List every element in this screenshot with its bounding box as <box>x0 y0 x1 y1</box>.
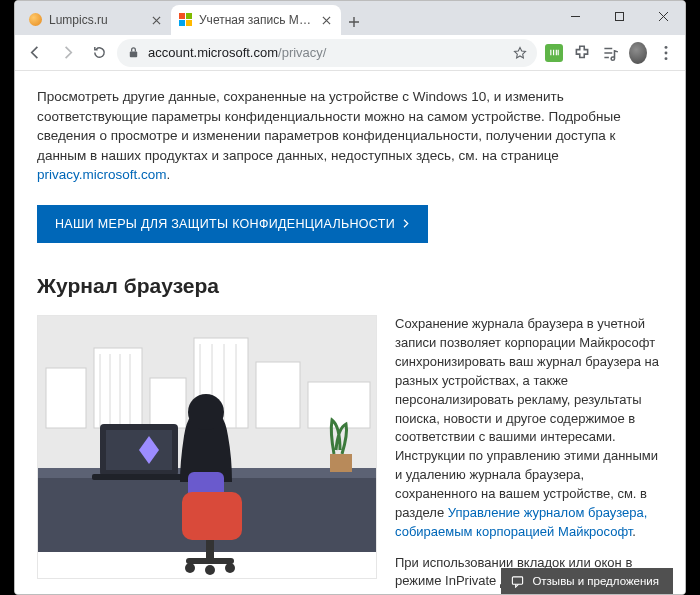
section-split: Сохранение журнала браузера в учетной за… <box>37 315 663 594</box>
avatar[interactable] <box>629 44 647 62</box>
url-input[interactable]: account.microsoft.com/privacy/ <box>117 39 537 67</box>
close-icon[interactable] <box>319 13 333 27</box>
svg-point-2 <box>665 45 668 48</box>
minimize-button[interactable] <box>553 1 597 31</box>
intro-paragraph: Просмотреть другие данные, сохраненные н… <box>37 87 663 185</box>
url-text: account.microsoft.com/privacy/ <box>148 45 326 60</box>
back-button[interactable] <box>21 39 49 67</box>
toolbar-icons <box>541 44 679 62</box>
feedback-button[interactable]: Отзывы и предложения <box>501 568 673 594</box>
browser-window: Lumpics.ru Учетная запись Майкрософт | К <box>14 0 686 595</box>
svg-rect-29 <box>182 492 242 540</box>
privacy-link[interactable]: privacy.microsoft.com <box>37 167 167 182</box>
feedback-label: Отзывы и предложения <box>532 575 659 587</box>
close-window-button[interactable] <box>641 1 685 31</box>
lock-icon <box>127 46 140 59</box>
svg-rect-1 <box>130 52 137 58</box>
svg-rect-35 <box>513 576 523 583</box>
svg-rect-0 <box>615 12 623 20</box>
tab-title: Учетная запись Майкрософт | К <box>199 13 313 27</box>
address-bar: account.microsoft.com/privacy/ <box>15 35 685 71</box>
tab-microsoft-account[interactable]: Учетная запись Майкрософт | К <box>171 5 341 35</box>
page-viewport: Просмотреть другие данные, сохраненные н… <box>15 71 685 594</box>
svg-rect-26 <box>330 454 352 472</box>
window-controls <box>553 1 685 31</box>
svg-rect-30 <box>206 540 214 560</box>
illustration <box>37 315 377 579</box>
tab-lumpics[interactable]: Lumpics.ru <box>21 5 171 35</box>
tab-strip: Lumpics.ru Учетная запись Майкрософт | К <box>15 1 685 35</box>
playlist-icon[interactable] <box>601 44 619 62</box>
section-text: Сохранение журнала браузера в учетной за… <box>395 315 663 594</box>
svg-point-34 <box>225 563 235 573</box>
maximize-button[interactable] <box>597 1 641 31</box>
bookmark-icon[interactable] <box>513 46 527 60</box>
menu-icon[interactable] <box>657 44 675 62</box>
svg-point-33 <box>205 565 215 575</box>
chat-icon <box>511 575 524 588</box>
privacy-measures-button[interactable]: НАШИ МЕРЫ ДЛЯ ЗАЩИТЫ КОНФИДЕНЦИАЛЬНОСТИ <box>37 205 428 243</box>
reload-button[interactable] <box>85 39 113 67</box>
svg-point-3 <box>665 51 668 54</box>
svg-rect-25 <box>92 474 188 480</box>
svg-point-4 <box>665 57 668 60</box>
extensions-icon[interactable] <box>573 44 591 62</box>
svg-point-27 <box>188 394 224 430</box>
chevron-right-icon <box>401 219 410 228</box>
close-icon[interactable] <box>149 13 163 27</box>
svg-rect-31 <box>186 558 234 564</box>
paragraph-1: Сохранение журнала браузера в учетной за… <box>395 315 663 541</box>
extension-green-icon[interactable] <box>545 44 563 62</box>
section-title-browser-history: Журнал браузера <box>37 271 663 301</box>
favicon-microsoft <box>179 13 193 27</box>
favicon-lumpics <box>29 13 43 27</box>
new-tab-button[interactable] <box>341 9 367 35</box>
button-label: НАШИ МЕРЫ ДЛЯ ЗАЩИТЫ КОНФИДЕНЦИАЛЬНОСТИ <box>55 215 395 233</box>
page-content: Просмотреть другие данные, сохраненные н… <box>15 71 685 594</box>
svg-point-32 <box>185 563 195 573</box>
tab-title: Lumpics.ru <box>49 13 143 27</box>
forward-button[interactable] <box>53 39 81 67</box>
